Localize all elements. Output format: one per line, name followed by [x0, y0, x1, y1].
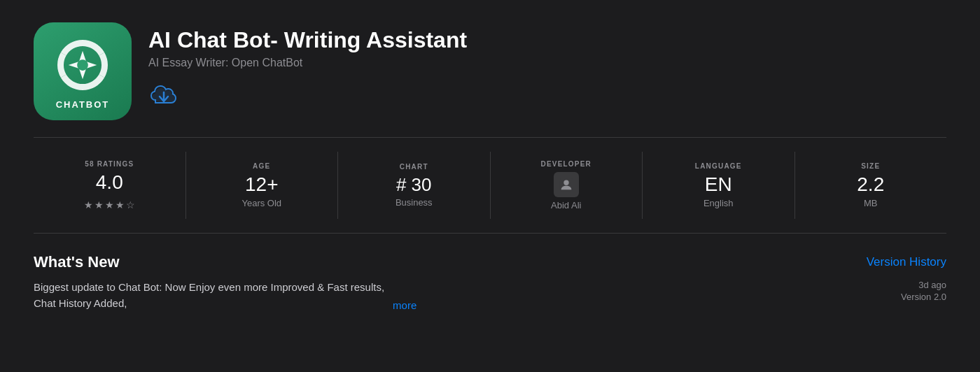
stat-size: SIZE 2.2 MB — [795, 152, 947, 219]
whats-new-header: What's New Version History — [34, 253, 946, 271]
version-history-link[interactable]: Version History — [867, 255, 946, 269]
more-link[interactable]: more — [393, 299, 416, 311]
app-header: CHATBOT AI Chat Bot- Writing Assistant A… — [34, 22, 946, 120]
stat-chart: CHART # 30 Business — [338, 152, 491, 219]
ratings-label: 58 RATINGS — [85, 160, 134, 168]
person-icon — [559, 177, 574, 192]
size-value: 2.2 — [857, 174, 884, 196]
update-version: Version 2.0 — [901, 292, 946, 302]
main-container: CHATBOT AI Chat Bot- Writing Assistant A… — [0, 0, 980, 334]
header-divider — [34, 137, 946, 138]
size-sub: MB — [864, 198, 878, 208]
developer-avatar — [554, 172, 579, 197]
stat-age: AGE 12+ Years Old — [186, 152, 339, 219]
app-icon-graphic — [51, 34, 114, 96]
star-5: ☆ — [126, 199, 135, 210]
svg-point-3 — [564, 180, 568, 185]
chart-sub: Business — [396, 197, 433, 208]
developer-name: Abid Ali — [551, 200, 581, 210]
whats-new-section: What's New Version History Biggest updat… — [34, 248, 946, 311]
developer-label: DEVELOPER — [541, 160, 592, 168]
ratings-value: 4.0 — [96, 172, 123, 194]
language-sub: English — [704, 198, 734, 208]
whats-new-title: What's New — [34, 253, 120, 271]
update-time-ago: 3d ago — [901, 280, 946, 290]
stat-language: LANGUAGE EN English — [643, 152, 795, 219]
star-3: ★ — [105, 199, 114, 210]
stat-ratings: 58 RATINGS 4.0 ★ ★ ★ ★ ☆ — [34, 152, 186, 219]
whats-new-text-wrapper: Biggest update to Chat Bot: Now Enjoy ev… — [34, 280, 458, 311]
star-2: ★ — [94, 199, 104, 210]
language-value: EN — [705, 174, 732, 196]
star-1: ★ — [84, 199, 93, 210]
app-icon-label: CHATBOT — [56, 99, 110, 110]
stat-developer: DEVELOPER Abid Ali — [491, 152, 643, 219]
app-subtitle: AI Essay Writer: Open ChatBot — [148, 57, 946, 69]
age-label: AGE — [253, 162, 270, 170]
stats-divider — [34, 233, 946, 234]
download-icon — [148, 80, 179, 111]
download-button[interactable] — [148, 80, 179, 111]
app-icon: CHATBOT — [34, 22, 132, 120]
chart-label: CHART — [400, 163, 428, 171]
app-title: AI Chat Bot- Writing Assistant — [148, 28, 946, 52]
chart-value: # 30 — [396, 175, 432, 195]
whats-new-meta: 3d ago Version 2.0 — [901, 280, 946, 302]
size-label: SIZE — [861, 162, 880, 170]
star-rating: ★ ★ ★ ★ ☆ — [84, 199, 135, 210]
svg-point-0 — [77, 59, 88, 71]
age-sub: Years Old — [241, 198, 281, 208]
whats-new-body: Biggest update to Chat Bot: Now Enjoy ev… — [34, 280, 946, 311]
stats-row: 58 RATINGS 4.0 ★ ★ ★ ★ ☆ AGE 12+ Years O… — [34, 152, 946, 219]
language-label: LANGUAGE — [695, 162, 742, 170]
age-value: 12+ — [245, 174, 279, 196]
app-info: AI Chat Bot- Writing Assistant AI Essay … — [148, 22, 946, 111]
star-4: ★ — [115, 199, 125, 210]
whats-new-description: Biggest update to Chat Bot: Now Enjoy ev… — [34, 280, 384, 311]
